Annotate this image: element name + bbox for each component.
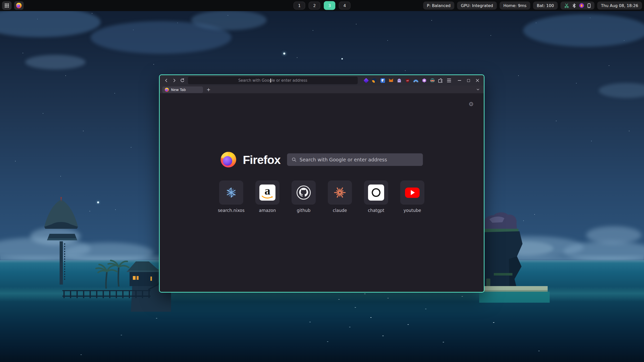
scissors-icon[interactable] [564,3,569,8]
shortcut-label: chatgpt [368,208,384,213]
spy-icon[interactable] [429,77,435,83]
reload-button[interactable] [178,77,186,84]
window-controls [456,77,481,84]
cloud [523,14,644,47]
arc-icon[interactable] [413,77,419,83]
ublock-shield-icon[interactable]: uO [405,77,411,83]
amazon-letter: a [265,186,270,196]
shortcut-chatgpt[interactable]: chatgpt [364,180,388,213]
url-bar-placeholder: Search with Google or enter address [238,78,307,83]
new-tab-button[interactable]: + [205,86,212,93]
bluetooth-icon[interactable] [572,3,576,8]
firefox-launcher-button[interactable] [14,1,24,10]
system-tray [560,2,594,10]
top-status-bar: 1 2 3 4 P: Balanced GPU: Integrated Home… [0,0,644,11]
svg-text:uO: uO [406,79,409,81]
island-left-watchtower [30,196,171,312]
latency-pill[interactable]: Home: 9ms [500,2,530,10]
firefox-logo [221,152,236,167]
shortcut-youtube[interactable]: youtube [400,180,424,213]
cloud [25,55,86,69]
shortcut-tiles: search.nixos a github amazon [160,180,484,213]
extensions-row: uO [363,77,452,83]
ghost-icon[interactable] [396,77,402,83]
gpu-pill[interactable]: GPU: Integrated [457,2,497,10]
firefox-wordmark: Firefox [243,153,280,167]
shield-lock-icon[interactable] [380,77,386,83]
gem-icon[interactable] [363,77,369,83]
minimize-button[interactable] [456,77,463,84]
desktop: 1 2 3 4 P: Balanced GPU: Integrated Home… [0,0,644,362]
tab-title: New Tab [171,88,186,92]
menu-icon[interactable] [446,77,452,83]
cloud [599,83,644,98]
hex-asterisk-icon[interactable] [421,77,427,83]
list-all-tabs-button[interactable] [475,86,481,93]
tab-strip: New Tab + [160,86,484,93]
workspace-3-active[interactable]: 3 [324,1,335,10]
firefox-icon [16,3,22,8]
power-profile-pill[interactable]: P: Balanced [423,2,454,10]
shortcut-claude[interactable]: claude [328,180,352,213]
close-button[interactable] [474,77,481,84]
shortcut-label: claude [333,208,347,213]
horizon-cloud [586,226,641,244]
shortcut-label: youtube [404,208,421,213]
fox-icon[interactable] [388,77,394,83]
firefox-favicon [165,88,169,92]
openai-knot-icon [368,185,384,201]
cloud [0,7,101,37]
shortcut-search-nixos[interactable]: search.nixos [219,180,243,213]
phone-icon[interactable] [587,3,591,8]
search-icon [292,157,297,162]
battery-pill[interactable]: Bat: 100 [533,2,558,10]
cloud [191,10,267,30]
newtab-search-field[interactable]: Search with Google or enter address [287,153,423,166]
forward-button[interactable] [170,77,178,84]
nixos-snowflake-icon [225,186,238,199]
workspace-1[interactable]: 1 [294,2,305,10]
url-bar[interactable]: Search with Google or enter address [188,77,358,84]
island-right-cliff [479,206,550,307]
amazon-icon: a [259,185,275,201]
shortcut-label: amazon [259,208,276,213]
shortcut-label: search.nixos [218,208,245,213]
new-tab-page: ⚙ Firefox Search with Google or enter ad… [160,93,484,292]
navigation-toolbar: Search with Google or enter address uO [160,75,484,86]
newtab-search-placeholder: Search with Google or enter address [300,157,387,162]
shortcut-github[interactable]: github [292,180,316,213]
shortcut-label: github [297,208,311,213]
maximize-button[interactable] [465,77,472,84]
claude-starburst-icon [333,186,346,199]
firefox-window: Search with Google or enter address uO [159,74,485,293]
workspace-switcher: 1 2 3 4 [294,1,350,10]
shortcut-amazon[interactable]: a github amazon [255,180,279,213]
clock[interactable]: Thu Aug 08, 18:26 [597,2,642,10]
back-button[interactable] [162,77,170,84]
github-octocat-icon [296,185,311,200]
youtube-play-icon [405,188,420,198]
app-grid-icon [5,4,9,8]
personalize-gear-icon[interactable]: ⚙ [468,101,474,107]
app-launcher-button[interactable] [2,1,12,10]
puzzle-icon[interactable] [438,77,444,83]
workspace-2[interactable]: 2 [309,2,320,10]
text-caret [270,78,271,82]
newtab-hero: Firefox Search with Google or enter addr… [160,144,484,175]
flame-icon[interactable] [579,3,584,8]
workspace-4[interactable]: 4 [339,2,350,10]
tab-new-tab[interactable]: New Tab [162,86,203,93]
crescent-icon[interactable] [371,77,377,83]
